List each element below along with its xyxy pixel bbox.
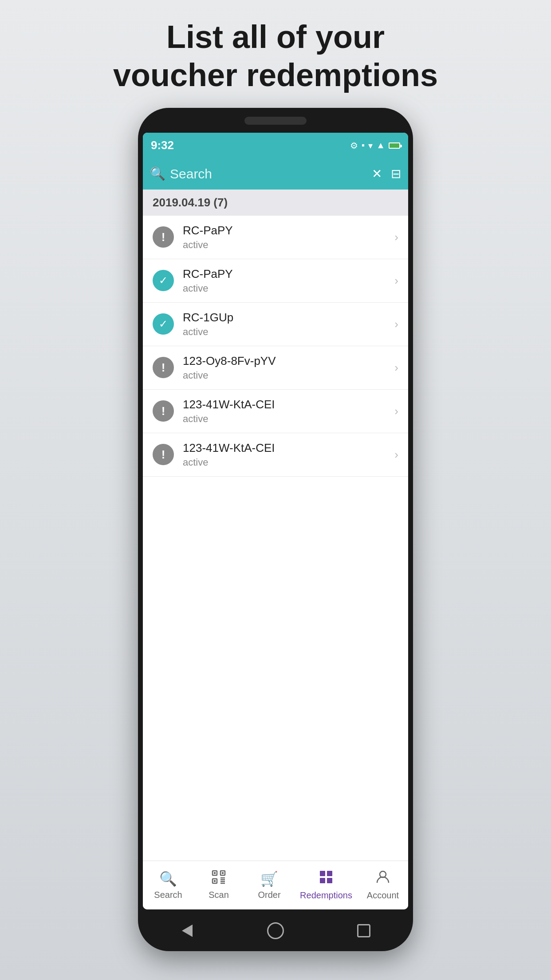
scan-nav-label: Scan (209, 890, 229, 900)
date-header: 2019.04.19 (7) (143, 190, 408, 216)
item-status: active (183, 413, 394, 425)
warning-icon: ! (153, 444, 174, 465)
item-status: active (183, 457, 394, 468)
account-nav-icon (376, 870, 390, 888)
filter-button[interactable]: ⊟ (391, 166, 401, 181)
item-status: active (183, 370, 394, 381)
phone-device: 9:32 ⚙ ▪ ▾ ▲ 🔍 Search ✕ ⊟ 2019.04.19 (7) (138, 108, 413, 951)
item-content: RC-PaPY active (183, 224, 394, 251)
wifi-icon: ▾ (368, 140, 373, 151)
svg-rect-12 (320, 878, 325, 883)
redemptions-list: ! RC-PaPY active › ✓ RC-PaPY active › ✓ … (143, 216, 408, 861)
phone-nav-buttons (143, 913, 408, 948)
warning-icon: ! (153, 400, 174, 422)
item-code: RC-PaPY (183, 267, 394, 281)
list-item[interactable]: ! 123-41W-KtA-CEI active › (143, 390, 408, 433)
svg-rect-10 (320, 871, 325, 876)
status-icons: ⚙ ▪ ▾ ▲ (350, 140, 400, 151)
home-button[interactable] (264, 920, 287, 942)
svg-rect-3 (214, 872, 216, 874)
search-magnifier-icon: 🔍 (150, 166, 165, 181)
item-code: 123-41W-KtA-CEI (183, 441, 394, 455)
chevron-right-icon: › (394, 361, 398, 375)
redemptions-nav-label: Redemptions (300, 890, 352, 901)
item-code: RC-1GUp (183, 311, 394, 324)
warning-icon: ! (153, 226, 174, 248)
clear-search-button[interactable]: ✕ (372, 166, 382, 181)
warning-icon: ! (153, 357, 174, 378)
status-bar: 9:32 ⚙ ▪ ▾ ▲ (143, 133, 408, 158)
search-actions: ✕ ⊟ (372, 166, 401, 181)
chevron-right-icon: › (394, 274, 398, 288)
list-item[interactable]: ! 123-41W-KtA-CEI active › (143, 433, 408, 477)
scan-nav-icon (212, 870, 226, 887)
check-icon: ✓ (153, 270, 174, 291)
svg-rect-13 (327, 878, 332, 883)
back-button[interactable] (176, 920, 198, 942)
sim-icon: ▪ (362, 140, 365, 150)
chevron-right-icon: › (394, 404, 398, 418)
svg-rect-4 (214, 880, 216, 882)
nav-item-redemptions[interactable]: Redemptions (300, 870, 352, 901)
list-item[interactable]: ✓ RC-PaPY active › (143, 259, 408, 303)
chevron-right-icon: › (394, 448, 398, 462)
item-code: 123-41W-KtA-CEI (183, 398, 394, 411)
list-item[interactable]: ! RC-PaPY active › (143, 216, 408, 259)
phone-screen: 9:32 ⚙ ▪ ▾ ▲ 🔍 Search ✕ ⊟ 2019.04.19 (7) (143, 133, 408, 909)
page-title: List all of your voucher redemptions (113, 18, 438, 95)
phone-speaker (244, 117, 307, 125)
recents-button[interactable] (353, 920, 375, 942)
account-nav-label: Account (367, 890, 399, 901)
item-status: active (183, 239, 394, 251)
item-content: 123-Oy8-8Fv-pYV active (183, 354, 394, 381)
settings-icon: ⚙ (350, 140, 358, 151)
nav-item-scan[interactable]: Scan (199, 870, 239, 900)
nav-item-search[interactable]: 🔍 Search (148, 870, 188, 900)
search-nav-icon: 🔍 (159, 870, 177, 887)
item-code: RC-PaPY (183, 224, 394, 237)
list-item[interactable]: ✓ RC-1GUp active › (143, 303, 408, 346)
search-bar[interactable]: 🔍 Search ✕ ⊟ (143, 158, 408, 190)
order-nav-label: Order (258, 890, 281, 900)
item-content: 123-41W-KtA-CEI active (183, 441, 394, 468)
search-input[interactable]: Search (170, 166, 372, 182)
check-icon: ✓ (153, 313, 174, 335)
bottom-nav: 🔍 Search (143, 861, 408, 909)
list-item[interactable]: ! 123-Oy8-8Fv-pYV active › (143, 346, 408, 390)
date-header-text: 2019.04.19 (7) (153, 196, 228, 209)
item-status: active (183, 326, 394, 338)
status-time: 9:32 (151, 138, 174, 152)
chevron-right-icon: › (394, 317, 398, 331)
item-status: active (183, 283, 394, 294)
nav-item-account[interactable]: Account (363, 870, 403, 901)
item-content: RC-1GUp active (183, 311, 394, 338)
item-code: 123-Oy8-8Fv-pYV (183, 354, 394, 368)
nav-item-order[interactable]: 🛒 Order (249, 870, 289, 900)
order-nav-icon: 🛒 (260, 870, 278, 887)
svg-rect-11 (327, 871, 332, 876)
svg-rect-5 (222, 872, 224, 874)
battery-icon (389, 142, 400, 149)
item-content: RC-PaPY active (183, 267, 394, 294)
item-content: 123-41W-KtA-CEI active (183, 398, 394, 425)
signal-icon: ▲ (376, 140, 385, 150)
redemptions-nav-icon (319, 870, 333, 888)
search-nav-label: Search (154, 890, 182, 900)
chevron-right-icon: › (394, 230, 398, 244)
